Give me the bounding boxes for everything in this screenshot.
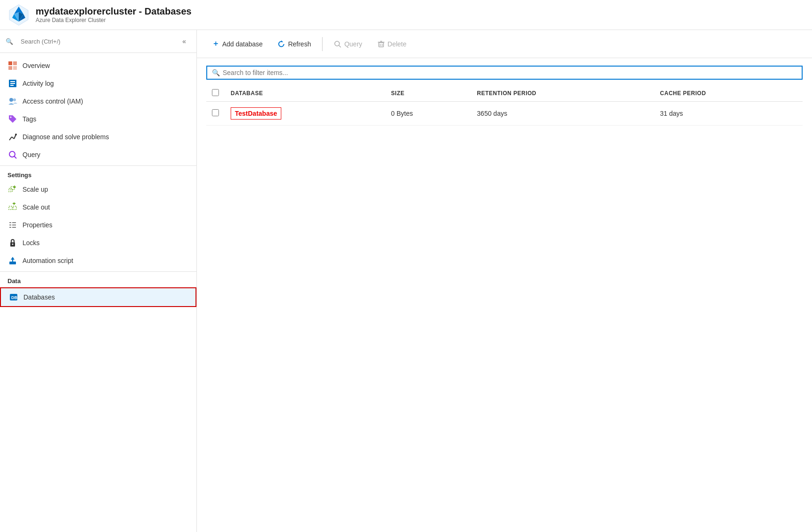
sidebar-item-scale-up[interactable]: Scale up bbox=[0, 180, 196, 198]
sidebar-item-diagnose[interactable]: Diagnose and solve problems bbox=[0, 128, 196, 146]
table-row: TestDatabase 0 Bytes 3650 days 31 days bbox=[206, 102, 803, 126]
col-header-retention: RETENTION PERIOD bbox=[471, 85, 654, 102]
svg-line-47 bbox=[339, 45, 341, 47]
refresh-icon bbox=[278, 40, 285, 48]
svg-text:DB: DB bbox=[11, 295, 17, 300]
svg-line-22 bbox=[15, 157, 17, 159]
sidebar-item-label-databases: Databases bbox=[23, 293, 55, 301]
delete-button[interactable]: Delete bbox=[372, 37, 412, 51]
database-retention-cell: 3650 days bbox=[471, 102, 654, 126]
properties-icon bbox=[8, 220, 18, 230]
col-header-size: SIZE bbox=[385, 85, 471, 102]
main-content: ＋ Add database Refresh bbox=[197, 30, 812, 532]
app-logo bbox=[8, 4, 30, 26]
page-subtitle: Azure Data Explorer Cluster bbox=[36, 17, 191, 23]
col-header-database: DATABASE bbox=[225, 85, 385, 102]
svg-point-15 bbox=[13, 98, 16, 101]
filter-search-bar: 🔍 bbox=[206, 66, 803, 80]
sidebar-navigation: Overview Activity log bbox=[0, 53, 196, 532]
database-name-link[interactable]: TestDatabase bbox=[231, 107, 281, 120]
page-title: mydataexplorercluster - Databases bbox=[36, 6, 191, 17]
col-header-cache: CACHE PERIOD bbox=[654, 85, 803, 102]
query-icon bbox=[8, 150, 18, 160]
sidebar-item-label-locks: Locks bbox=[23, 239, 40, 247]
svg-point-20 bbox=[15, 134, 17, 135]
row-select-checkbox[interactable] bbox=[212, 109, 219, 116]
select-all-header bbox=[206, 85, 225, 102]
sidebar-item-scale-out[interactable]: Scale out bbox=[0, 198, 196, 216]
overview-icon bbox=[8, 60, 18, 71]
sidebar-item-label-activity: Activity log bbox=[23, 80, 54, 87]
query-label: Query bbox=[344, 40, 362, 48]
sidebar-item-locks[interactable]: Locks bbox=[0, 234, 196, 252]
refresh-label: Refresh bbox=[288, 40, 311, 48]
sidebar-item-label-query: Query bbox=[23, 151, 40, 158]
sidebar-item-databases[interactable]: DB Databases bbox=[0, 287, 196, 307]
sidebar-item-automation[interactable]: Automation script bbox=[0, 252, 196, 270]
sidebar-item-activity-log[interactable]: Activity log bbox=[0, 75, 196, 92]
filter-search-input[interactable] bbox=[223, 69, 797, 76]
scale-out-icon bbox=[8, 202, 18, 212]
query-toolbar-icon bbox=[334, 40, 341, 48]
svg-marker-41 bbox=[11, 257, 15, 260]
svg-point-14 bbox=[9, 98, 13, 102]
sidebar-item-label-iam: Access control (IAM) bbox=[23, 97, 83, 105]
svg-rect-7 bbox=[13, 61, 17, 65]
svg-marker-45 bbox=[281, 40, 283, 42]
svg-rect-28 bbox=[13, 206, 16, 210]
databases-icon: DB bbox=[8, 292, 19, 302]
svg-point-46 bbox=[335, 41, 339, 46]
sidebar-item-label-overview: Overview bbox=[23, 62, 50, 69]
sidebar-item-tags[interactable]: Tags bbox=[0, 110, 196, 128]
add-database-label: Add database bbox=[222, 40, 263, 48]
svg-rect-11 bbox=[10, 81, 15, 82]
svg-rect-40 bbox=[9, 262, 16, 264]
select-all-checkbox[interactable] bbox=[212, 89, 219, 96]
sidebar-item-query[interactable]: Query bbox=[0, 146, 196, 164]
settings-section-header: Settings bbox=[0, 165, 196, 180]
sidebar-item-overview[interactable]: Overview bbox=[0, 57, 196, 75]
refresh-button[interactable]: Refresh bbox=[272, 37, 316, 51]
sidebar-item-iam[interactable]: Access control (IAM) bbox=[0, 92, 196, 110]
app-title-block: mydataexplorercluster - Databases Azure … bbox=[36, 6, 191, 23]
sidebar: 🔍 « Overview bbox=[0, 30, 197, 532]
database-name-cell: TestDatabase bbox=[225, 102, 385, 126]
svg-rect-48 bbox=[379, 43, 383, 47]
database-size-cell: 0 Bytes bbox=[385, 102, 471, 126]
svg-rect-42 bbox=[12, 260, 13, 262]
svg-point-21 bbox=[9, 151, 15, 157]
automation-icon bbox=[8, 255, 18, 266]
sidebar-item-label-automation: Automation script bbox=[23, 257, 73, 264]
svg-rect-12 bbox=[10, 83, 15, 84]
row-checkbox-cell bbox=[206, 102, 225, 126]
svg-rect-13 bbox=[10, 85, 14, 86]
data-section-header: Data bbox=[0, 271, 196, 286]
svg-rect-27 bbox=[9, 206, 12, 210]
query-button[interactable]: Query bbox=[328, 37, 368, 51]
sidebar-item-properties[interactable]: Properties bbox=[0, 216, 196, 234]
sidebar-item-label-properties: Properties bbox=[23, 221, 53, 229]
filter-search-icon: 🔍 bbox=[212, 69, 220, 76]
delete-icon bbox=[377, 40, 385, 48]
add-icon: ＋ bbox=[212, 39, 219, 49]
svg-line-17 bbox=[9, 137, 12, 140]
diagnose-icon bbox=[8, 132, 18, 142]
sidebar-search-input[interactable] bbox=[16, 36, 175, 47]
svg-rect-8 bbox=[8, 66, 12, 70]
toolbar: ＋ Add database Refresh bbox=[197, 30, 812, 58]
databases-table: DATABASE SIZE RETENTION PERIOD CACHE PER… bbox=[206, 85, 803, 126]
iam-icon bbox=[8, 96, 18, 106]
sidebar-search-area: 🔍 « bbox=[0, 30, 196, 53]
locks-icon bbox=[8, 238, 18, 248]
add-database-button[interactable]: ＋ Add database bbox=[206, 36, 268, 52]
delete-label: Delete bbox=[388, 40, 406, 48]
sidebar-item-label-scale-up: Scale up bbox=[23, 186, 48, 193]
svg-point-39 bbox=[12, 244, 14, 245]
sidebar-item-label-diagnose: Diagnose and solve problems bbox=[23, 133, 109, 141]
tags-icon bbox=[8, 114, 18, 124]
sidebar-item-label-scale-out: Scale out bbox=[23, 203, 50, 211]
database-cache-cell: 31 days bbox=[654, 102, 803, 126]
sidebar-collapse-button[interactable]: « bbox=[178, 35, 191, 48]
scale-up-icon bbox=[8, 184, 18, 195]
svg-rect-9 bbox=[13, 66, 17, 70]
